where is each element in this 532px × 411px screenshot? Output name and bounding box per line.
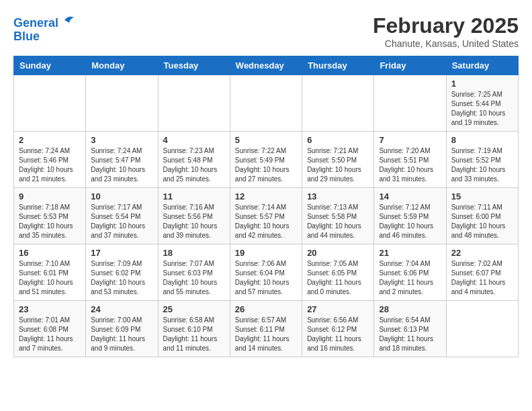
calendar-cell — [158, 75, 230, 132]
day-info: Sunrise: 7:20 AM Sunset: 5:51 PM Dayligh… — [379, 146, 441, 184]
calendar-cell: 5Sunrise: 7:22 AM Sunset: 5:49 PM Daylig… — [230, 132, 302, 188]
day-number: 11 — [163, 191, 225, 201]
calendar-cell: 19Sunrise: 7:06 AM Sunset: 6:04 PM Dayli… — [230, 244, 302, 301]
day-info: Sunrise: 7:24 AM Sunset: 5:47 PM Dayligh… — [91, 146, 152, 184]
day-info: Sunrise: 7:13 AM Sunset: 5:58 PM Dayligh… — [307, 203, 369, 240]
calendar-cell: 27Sunrise: 6:56 AM Sunset: 6:12 PM Dayli… — [302, 301, 374, 357]
day-info: Sunrise: 7:19 AM Sunset: 5:52 PM Dayligh… — [451, 146, 513, 184]
day-number: 25 — [163, 304, 225, 314]
month-title: February 2025 — [373, 13, 519, 38]
day-number: 3 — [91, 135, 152, 145]
day-number: 21 — [379, 248, 441, 258]
calendar-cell — [374, 75, 446, 132]
day-number: 20 — [307, 248, 369, 258]
calendar-cell: 17Sunrise: 7:09 AM Sunset: 6:02 PM Dayli… — [86, 244, 158, 301]
day-number: 19 — [235, 248, 297, 258]
day-info: Sunrise: 7:06 AM Sunset: 6:04 PM Dayligh… — [235, 259, 297, 297]
day-number: 9 — [19, 191, 81, 201]
calendar-cell: 4Sunrise: 7:23 AM Sunset: 5:48 PM Daylig… — [158, 132, 230, 188]
calendar-cell — [446, 301, 518, 357]
calendar-cell: 23Sunrise: 7:01 AM Sunset: 6:08 PM Dayli… — [14, 301, 86, 357]
calendar-cell — [230, 75, 302, 132]
day-number: 26 — [235, 304, 297, 314]
calendar-cell: 20Sunrise: 7:05 AM Sunset: 6:05 PM Dayli… — [302, 244, 374, 301]
title-section: February 2025 Chanute, Kansas, United St… — [373, 13, 519, 49]
calendar-cell: 2Sunrise: 7:24 AM Sunset: 5:46 PM Daylig… — [14, 132, 86, 188]
calendar-cell — [14, 75, 86, 132]
day-info: Sunrise: 7:12 AM Sunset: 5:59 PM Dayligh… — [379, 203, 441, 240]
calendar-table: SundayMondayTuesdayWednesdayThursdayFrid… — [13, 56, 519, 357]
day-info: Sunrise: 7:09 AM Sunset: 6:02 PM Dayligh… — [91, 259, 152, 297]
day-info: Sunrise: 7:16 AM Sunset: 5:56 PM Dayligh… — [163, 203, 225, 240]
calendar-cell: 8Sunrise: 7:19 AM Sunset: 5:52 PM Daylig… — [446, 132, 518, 188]
day-number: 16 — [19, 248, 81, 258]
calendar-week-1: 1Sunrise: 7:25 AM Sunset: 5:44 PM Daylig… — [14, 75, 519, 132]
day-info: Sunrise: 7:01 AM Sunset: 6:08 PM Dayligh… — [19, 316, 81, 353]
day-number: 13 — [307, 191, 369, 201]
calendar-cell: 13Sunrise: 7:13 AM Sunset: 5:58 PM Dayli… — [302, 188, 374, 244]
day-info: Sunrise: 7:17 AM Sunset: 5:54 PM Dayligh… — [91, 203, 152, 240]
day-info: Sunrise: 7:02 AM Sunset: 6:07 PM Dayligh… — [451, 259, 513, 297]
day-number: 28 — [379, 304, 441, 314]
weekday-header-thursday: Thursday — [302, 56, 374, 75]
calendar-cell: 14Sunrise: 7:12 AM Sunset: 5:59 PM Dayli… — [374, 188, 446, 244]
calendar-cell: 24Sunrise: 7:00 AM Sunset: 6:09 PM Dayli… — [86, 301, 158, 357]
calendar-cell — [302, 75, 374, 132]
logo: General Blue — [13, 13, 75, 44]
weekday-header-monday: Monday — [86, 56, 158, 75]
logo-blue: Blue — [13, 30, 40, 43]
day-number: 7 — [379, 135, 441, 145]
day-info: Sunrise: 7:05 AM Sunset: 6:05 PM Dayligh… — [307, 259, 369, 297]
calendar-cell: 18Sunrise: 7:07 AM Sunset: 6:03 PM Dayli… — [158, 244, 230, 301]
day-info: Sunrise: 7:22 AM Sunset: 5:49 PM Dayligh… — [235, 146, 297, 184]
weekday-header-tuesday: Tuesday — [158, 56, 230, 75]
calendar-cell: 1Sunrise: 7:25 AM Sunset: 5:44 PM Daylig… — [446, 75, 518, 132]
logo-bird-icon — [63, 13, 75, 27]
day-info: Sunrise: 6:56 AM Sunset: 6:12 PM Dayligh… — [307, 316, 369, 353]
calendar-cell: 21Sunrise: 7:04 AM Sunset: 6:06 PM Dayli… — [374, 244, 446, 301]
calendar-cell: 25Sunrise: 6:58 AM Sunset: 6:10 PM Dayli… — [158, 301, 230, 357]
day-info: Sunrise: 7:24 AM Sunset: 5:46 PM Dayligh… — [19, 146, 81, 184]
calendar-header-row: SundayMondayTuesdayWednesdayThursdayFrid… — [14, 56, 519, 75]
day-info: Sunrise: 6:57 AM Sunset: 6:11 PM Dayligh… — [235, 316, 297, 353]
day-number: 1 — [451, 79, 513, 89]
day-number: 14 — [379, 191, 441, 201]
day-info: Sunrise: 7:10 AM Sunset: 6:01 PM Dayligh… — [19, 259, 81, 297]
calendar-cell: 6Sunrise: 7:21 AM Sunset: 5:50 PM Daylig… — [302, 132, 374, 188]
day-number: 18 — [163, 248, 225, 258]
weekday-header-wednesday: Wednesday — [230, 56, 302, 75]
calendar-cell — [86, 75, 158, 132]
calendar-cell: 11Sunrise: 7:16 AM Sunset: 5:56 PM Dayli… — [158, 188, 230, 244]
day-number: 5 — [235, 135, 297, 145]
calendar-cell: 9Sunrise: 7:18 AM Sunset: 5:53 PM Daylig… — [14, 188, 86, 244]
calendar-cell: 7Sunrise: 7:20 AM Sunset: 5:51 PM Daylig… — [374, 132, 446, 188]
day-number: 22 — [451, 248, 513, 258]
calendar-cell: 15Sunrise: 7:11 AM Sunset: 6:00 PM Dayli… — [446, 188, 518, 244]
day-number: 15 — [451, 191, 513, 201]
day-info: Sunrise: 7:25 AM Sunset: 5:44 PM Dayligh… — [451, 90, 513, 128]
day-number: 2 — [19, 135, 81, 145]
logo-general: General — [13, 16, 58, 30]
calendar-cell: 26Sunrise: 6:57 AM Sunset: 6:11 PM Dayli… — [230, 301, 302, 357]
day-info: Sunrise: 7:00 AM Sunset: 6:09 PM Dayligh… — [91, 316, 152, 353]
day-number: 4 — [163, 135, 225, 145]
day-number: 23 — [19, 304, 81, 314]
calendar-cell: 10Sunrise: 7:17 AM Sunset: 5:54 PM Dayli… — [86, 188, 158, 244]
day-info: Sunrise: 6:54 AM Sunset: 6:13 PM Dayligh… — [379, 316, 441, 353]
calendar-week-5: 23Sunrise: 7:01 AM Sunset: 6:08 PM Dayli… — [14, 301, 519, 357]
day-info: Sunrise: 7:11 AM Sunset: 6:00 PM Dayligh… — [451, 203, 513, 240]
day-info: Sunrise: 7:18 AM Sunset: 5:53 PM Dayligh… — [19, 203, 81, 240]
day-number: 12 — [235, 191, 297, 201]
day-info: Sunrise: 7:04 AM Sunset: 6:06 PM Dayligh… — [379, 259, 441, 297]
weekday-header-saturday: Saturday — [446, 56, 518, 75]
day-number: 27 — [307, 304, 369, 314]
page-header: General Blue February 2025 Chanute, Kans… — [13, 13, 519, 49]
calendar-cell: 16Sunrise: 7:10 AM Sunset: 6:01 PM Dayli… — [14, 244, 86, 301]
weekday-header-sunday: Sunday — [14, 56, 86, 75]
day-info: Sunrise: 7:21 AM Sunset: 5:50 PM Dayligh… — [307, 146, 369, 184]
day-number: 6 — [307, 135, 369, 145]
day-info: Sunrise: 7:07 AM Sunset: 6:03 PM Dayligh… — [163, 259, 225, 297]
day-number: 10 — [91, 191, 152, 201]
calendar-cell: 22Sunrise: 7:02 AM Sunset: 6:07 PM Dayli… — [446, 244, 518, 301]
day-info: Sunrise: 7:14 AM Sunset: 5:57 PM Dayligh… — [235, 203, 297, 240]
